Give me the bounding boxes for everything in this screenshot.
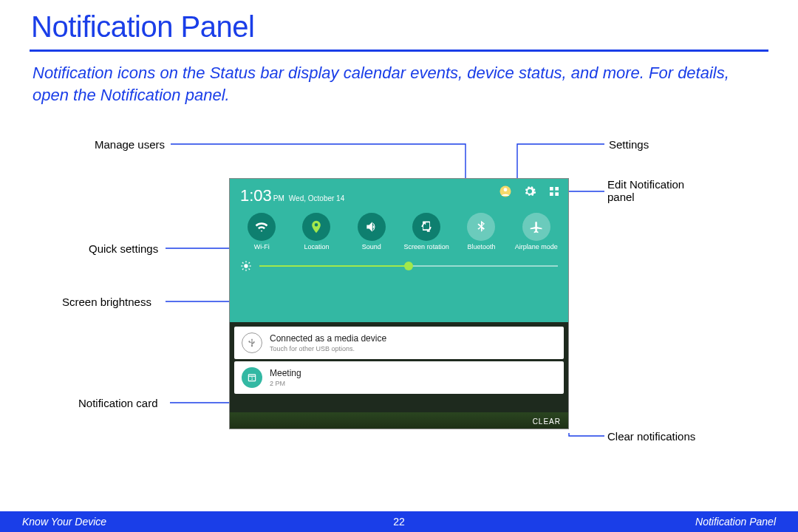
notification-cards: Connected as a media device Touch for ot… [230,322,568,398]
intro-text: Notification icons on the Status bar dis… [0,62,798,120]
footer-right: Notification Panel [695,516,776,528]
callout-notification-card: Notification card [78,397,158,409]
callout-settings: Settings [609,138,649,151]
diagram-area: Manage users Quick settings Screen brigh… [0,120,798,468]
svg-rect-4 [550,193,553,197]
notification-card-usb[interactable]: Connected as a media device Touch for ot… [234,327,564,359]
wallpaper-strip: CLEAR [230,412,568,429]
rotation-icon [412,213,440,241]
qs-label: Location [304,244,329,251]
brightness-slider[interactable] [259,265,558,267]
sound-icon [358,213,386,241]
notification-panel-top: 1:03 PM Wed, October 14 [230,179,568,322]
bluetooth-icon [467,213,495,241]
svg-line-14 [249,262,250,263]
callout-manage-users: Manage users [95,138,165,151]
qs-label: Wi-Fi [254,244,270,251]
svg-rect-3 [555,187,559,191]
location-icon [302,213,330,241]
footer-left: Know Your Device [22,516,106,528]
device-screenshot: 1:03 PM Wed, October 14 [229,178,569,429]
quick-settings-row: Wi-Fi Location Sound [230,205,568,251]
qs-airplane[interactable]: Airplane mode [511,213,562,251]
notification-card-meeting[interactable]: 1 Meeting 2 PM [234,361,564,394]
brightness-row[interactable] [230,251,568,272]
svg-line-12 [249,269,250,270]
notification-title: Meeting [270,368,301,378]
svg-point-1 [504,188,508,192]
notification-subtitle: Touch for other USB options. [270,345,386,352]
wifi-icon [248,213,276,241]
airplane-icon [522,213,550,241]
svg-line-11 [242,262,243,263]
usb-icon [242,332,262,353]
grid-icon[interactable] [548,185,561,198]
qs-label: Screen rotation [404,244,449,251]
qs-label: Airplane mode [515,244,558,251]
clear-button[interactable]: CLEAR [533,417,561,426]
qs-screen-rotation[interactable]: Screen rotation [401,213,451,251]
callout-clear-notifications: Clear notifications [607,430,695,443]
page-title: Notification Panel [0,0,798,50]
qs-location[interactable]: Location [291,213,341,251]
title-rule [30,50,768,52]
calendar-icon: 1 [242,367,262,388]
clock-time: 1:03 [240,186,272,205]
footer-page-number: 22 [393,516,405,528]
user-icon[interactable] [499,185,512,198]
brightness-icon [240,260,252,272]
qs-label: Sound [362,244,381,251]
clock-ampm: PM [273,194,284,202]
svg-rect-5 [555,193,559,197]
qs-label: Bluetooth [467,244,495,251]
qs-wifi[interactable]: Wi-Fi [236,213,287,251]
notification-subtitle: 2 PM [270,380,301,387]
svg-text:1: 1 [251,377,253,381]
notification-title: Connected as a media device [270,333,386,344]
callout-edit-panel: Edit Notification panel [607,178,711,203]
page-footer: Know Your Device 22 Notification Panel [0,511,798,532]
gear-icon[interactable] [523,185,536,198]
callout-screen-brightness: Screen brightness [62,296,151,308]
svg-rect-2 [550,187,553,191]
qs-sound[interactable]: Sound [347,213,397,251]
clock-date: Wed, October 14 [289,194,344,202]
svg-point-6 [244,265,248,268]
svg-line-13 [242,269,243,270]
callout-quick-settings: Quick settings [89,242,158,255]
qs-bluetooth[interactable]: Bluetooth [456,213,506,251]
